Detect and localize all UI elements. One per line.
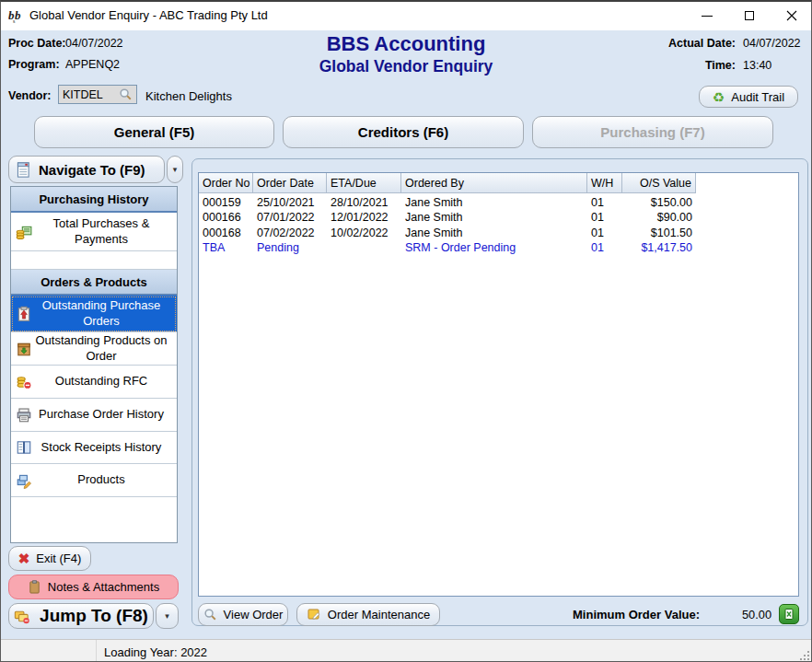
cell-order-no: 000168 <box>199 226 253 240</box>
title-bar: b b s Global Vendor Enquiry - ABC Tradin… <box>1 2 811 30</box>
order-maintenance-button[interactable]: Order Maintenance <box>296 603 440 626</box>
vendor-lookup-search-icon[interactable] <box>119 87 133 101</box>
tab-creditors-label: Creditors (F6) <box>358 124 448 140</box>
col-header-eta-due[interactable]: ETA/Due <box>327 173 401 193</box>
col-header-ordered-by[interactable]: Ordered By <box>401 173 587 193</box>
table-row[interactable]: 000159 25/10/2021 28/10/2021 Jane Smith … <box>199 195 798 210</box>
sidebar-item-label: Outstanding Products on Order <box>11 333 177 364</box>
order-maintenance-label: Order Maintenance <box>328 608 430 621</box>
cell-wh: 01 <box>587 210 622 225</box>
minimize-icon <box>702 16 713 17</box>
tab-purchasing-label: Purchasing (F7) <box>600 124 704 140</box>
products-icon <box>16 472 32 489</box>
jump-to-button[interactable]: Jump To (F8) <box>8 603 154 629</box>
notes-attachments-label: Notes & Attachments <box>48 580 159 594</box>
exit-button[interactable]: ✖ Exit (F4) <box>8 546 91 571</box>
sidebar-item-label: Total Purchases & Payments <box>11 216 177 247</box>
cell-os-value: $1,417.50 <box>622 240 696 255</box>
col-header-os-value[interactable]: O/S Value <box>622 173 696 193</box>
col-header-wh[interactable]: W/H <box>587 173 622 193</box>
close-icon <box>786 10 797 21</box>
sidebar-item-label: Outstanding Purchase Orders <box>11 298 177 329</box>
notes-attachments-button[interactable]: Notes & Attachments <box>8 575 179 599</box>
cell-wh: 01 <box>587 226 622 240</box>
outstanding-orders-table[interactable]: Order No Order Date ETA/Due Ordered By W… <box>198 172 799 597</box>
minimize-button[interactable] <box>693 6 721 26</box>
cell-wh: 01 <box>587 240 622 255</box>
col-header-order-date[interactable]: Order Date <box>253 173 327 193</box>
table-header-row: Order No Order Date ETA/Due Ordered By W… <box>199 173 798 193</box>
cell-ordered-by: Jane Smith <box>401 226 587 240</box>
tab-general-label: General (F5) <box>114 124 195 140</box>
tab-general[interactable]: General (F5) <box>34 116 274 148</box>
table-row[interactable]: 000166 07/01/2022 12/01/2022 Jane Smith … <box>199 210 798 225</box>
cell-order-no: TBA <box>199 240 253 255</box>
cell-wh: 01 <box>587 195 622 210</box>
sidebar-navigation: Purchasing History Total Purchases & Pay… <box>10 186 178 543</box>
sidebar-item-stock-receipts-history[interactable]: Stock Receipts History <box>11 432 177 464</box>
table-row-pending[interactable]: TBA Pending SRM - Order Pending 01 $1,41… <box>199 240 798 255</box>
navigate-to-label: Navigate To (F9) <box>39 162 145 178</box>
products-on-order-icon <box>16 341 32 357</box>
chevron-down-icon: ▾ <box>173 165 178 174</box>
vendor-name: Kitchen Delights <box>145 89 232 103</box>
status-text: Loading Year: 2022 <box>97 645 207 659</box>
tab-creditors[interactable]: Creditors (F6) <box>283 116 524 148</box>
sidebar-item-outstanding-products-on-order[interactable]: Outstanding Products on Order <box>11 332 177 366</box>
cell-order-date: 07/02/2022 <box>253 226 327 240</box>
view-order-label: View Order <box>224 608 284 621</box>
view-order-button[interactable]: View Order <box>198 603 288 626</box>
actual-date-value: 04/07/2022 <box>743 37 801 50</box>
navigate-to-dropdown[interactable]: ▾ <box>167 156 183 183</box>
cell-os-value: $150.00 <box>622 195 696 210</box>
exit-label: Exit (F4) <box>36 552 81 565</box>
close-button[interactable] <box>778 6 806 26</box>
table-row[interactable]: 000168 07/02/2022 10/02/2022 Jane Smith … <box>199 226 798 240</box>
chevron-down-icon: ▾ <box>165 611 169 621</box>
sidebar-item-label: Purchase Order History <box>11 407 177 422</box>
cell-order-date: 07/01/2022 <box>253 210 327 225</box>
recycle-icon: ♻ <box>713 90 725 104</box>
jump-to-dropdown[interactable]: ▾ <box>156 603 179 629</box>
tab-purchasing[interactable]: Purchasing (F7) <box>532 116 773 148</box>
excel-grid-icon <box>783 608 795 621</box>
status-bar: Loading Year: 2022 <box>1 639 812 662</box>
sidebar-item-outstanding-purchase-orders[interactable]: Outstanding Purchase Orders <box>11 296 177 332</box>
clipboard-icon <box>28 579 41 595</box>
cell-eta: 12/01/2022 <box>327 210 401 225</box>
actual-date-label: Actual Date: <box>645 37 736 50</box>
sidebar-item-purchase-order-history[interactable]: Purchase Order History <box>11 399 177 432</box>
app-window: b b s Global Vendor Enquiry - ABC Tradin… <box>0 0 812 662</box>
cell-os-value: $101.50 <box>622 226 696 240</box>
sidebar-item-outstanding-rfc[interactable]: Outstanding RFC <box>11 366 177 399</box>
sidebar-section-orders-products: Orders & Products <box>11 270 177 296</box>
status-cell <box>1 640 97 662</box>
minimum-order-value: 50.00 <box>700 608 771 621</box>
cell-order-no: 000159 <box>199 195 253 210</box>
stock-receipts-icon <box>16 439 32 456</box>
sidebar-item-products[interactable]: Products <box>11 464 177 497</box>
folders-icon <box>14 609 30 624</box>
cell-ordered-by: Jane Smith <box>401 210 587 225</box>
sidebar-item-label: Products <box>11 472 177 487</box>
audit-trail-button[interactable]: ♻ Audit Trail <box>699 86 798 108</box>
cell-os-value: $90.00 <box>622 210 696 225</box>
resize-grip[interactable] <box>800 651 810 661</box>
bbs-logo-icon: b b s <box>8 7 25 24</box>
export-excel-button[interactable] <box>779 604 799 624</box>
cell-eta <box>327 240 401 255</box>
minimum-order-value-label: Minimum Order Value: <box>573 608 700 621</box>
cell-order-date: 25/10/2021 <box>253 195 327 210</box>
window-title: Global Vendor Enquiry - ABC Trading Pty … <box>29 8 268 22</box>
sidebar-item-label: Stock Receipts History <box>11 440 177 455</box>
svg-text:b: b <box>15 8 21 22</box>
orders-panel: Order No Order Date ETA/Due Ordered By W… <box>191 158 808 626</box>
cell-order-no: 000166 <box>199 210 253 225</box>
cell-ordered-by: SRM - Order Pending <box>401 240 587 255</box>
col-header-order-no[interactable]: Order No <box>199 173 253 193</box>
maximize-button[interactable] <box>736 6 763 26</box>
time-label: Time: <box>645 59 736 72</box>
sidebar-item-total-purchases[interactable]: Total Purchases & Payments <box>11 213 177 251</box>
navigate-to-button[interactable]: Navigate To (F9) <box>8 156 165 183</box>
cell-eta: 28/10/2021 <box>327 195 401 210</box>
